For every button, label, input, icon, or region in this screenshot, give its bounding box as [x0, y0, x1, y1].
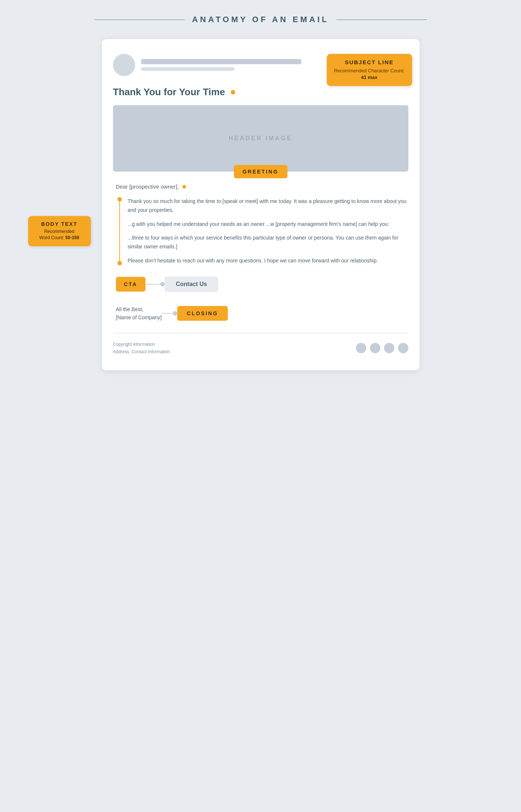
closing-connector-line: [162, 313, 173, 314]
title-line-right: [336, 20, 426, 20]
greeting-dot: [182, 185, 186, 189]
email-card: Thank You for Your Time SUBJECT LINE Rec…: [102, 39, 419, 370]
bracket-dot-top: [117, 197, 122, 202]
body-paragraph-1: Thank you so much for taking the time to…: [128, 197, 408, 215]
body-text-badge: BODY TEXT Recommended Word Count: 50-150: [28, 216, 91, 247]
body-badge-title: BODY TEXT: [35, 221, 84, 227]
email-to-bar: [141, 67, 234, 71]
greeting-section: GREETING Dear [prospective owner],: [113, 172, 408, 190]
closing-section: All the Best, [Name of Company] CLOSING: [113, 305, 408, 322]
header-image-label: HEADER IMAGE: [229, 135, 292, 142]
closing-badge: CLOSING: [177, 306, 228, 321]
cta-section: CTA Contact Us: [113, 276, 408, 292]
greeting-badge: GREETING: [234, 165, 287, 178]
closing-connector-dot: [173, 311, 177, 316]
closing-text: All the Best, [Name of Company]: [116, 305, 162, 322]
footer-line-2: Address, Contact information: [113, 348, 170, 355]
social-icon-2[interactable]: [370, 343, 380, 353]
bracket-dot-bottom: [117, 261, 122, 265]
avatar: [113, 54, 135, 76]
subject-text: Thank You for Your Time: [113, 86, 225, 98]
footer-line-1: Copyright information: [113, 341, 170, 348]
email-footer: Copyright information Address, Contact i…: [113, 333, 408, 356]
bracket-line: [119, 202, 120, 261]
footer-social-icons: [356, 343, 408, 353]
email-from-bar: [141, 59, 301, 64]
social-icon-4[interactable]: [398, 343, 408, 353]
subject-connector-dot: [231, 90, 235, 94]
cta-button-preview[interactable]: Contact Us: [165, 276, 218, 292]
social-icon-3[interactable]: [384, 343, 394, 353]
social-icon-1[interactable]: [356, 343, 366, 353]
body-paragraph-4: Please don't hesitate to reach out with …: [128, 257, 408, 265]
subject-bubble-desc: Recommended Character Count: 41 max: [334, 68, 405, 81]
cta-connector-dot: [160, 282, 165, 286]
page-title: ANATOMY OF AN EMAIL: [192, 15, 329, 24]
header-image-block: HEADER IMAGE: [113, 105, 408, 172]
subject-bubble-highlight: 41 max: [361, 75, 377, 80]
body-badge-desc: Recommended Word Count: 50-150: [35, 229, 84, 241]
body-paragraph-2: ...g with you helped me understand your …: [128, 220, 408, 229]
subject-line-bubble: SUBJECT LINE Recommended Character Count…: [327, 54, 412, 86]
footer-text: Copyright information Address, Contact i…: [113, 341, 170, 356]
subject-line-text: Thank You for Your Time: [113, 86, 408, 98]
page-title-container: ANATOMY OF AN EMAIL: [95, 15, 427, 24]
body-paragraph-3: ...three to four ways in which your serv…: [128, 234, 408, 251]
cta-badge: CTA: [116, 277, 146, 292]
body-word-count: 50-150: [65, 235, 79, 240]
title-line-left: [95, 20, 185, 20]
subject-bubble-title: SUBJECT LINE: [334, 59, 405, 65]
body-bracket: [117, 197, 122, 265]
cta-connector-line: [145, 284, 160, 285]
